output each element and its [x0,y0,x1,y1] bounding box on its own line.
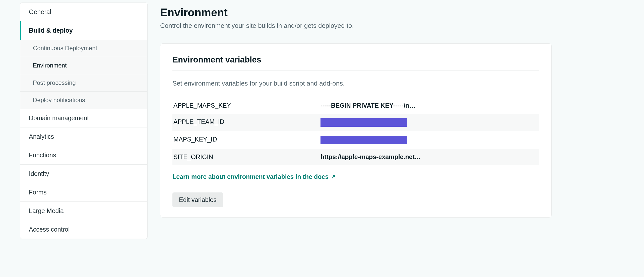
env-var-row: MAPS_KEY_ID [172,131,539,149]
sidebar-item-build-deploy[interactable]: Build & deploy [20,21,147,40]
env-var-key: APPLE_TEAM_ID [172,118,320,127]
redacted-bar [320,118,407,127]
env-var-row: SITE_ORIGIN https://apple-maps-example.n… [172,149,539,165]
env-var-row: APPLE_TEAM_ID [172,114,539,131]
sidebar-item-functions[interactable]: Functions [20,146,147,165]
edit-variables-button[interactable]: Edit variables [172,192,223,207]
docs-link[interactable]: Learn more about environment variables i… [172,173,336,180]
sidebar-item-general[interactable]: General [20,3,147,21]
env-var-value: https://apple-maps-example.net… [320,153,539,161]
settings-sidebar: General Build & deploy Continuous Deploy… [20,3,148,239]
sidebar-subitem-environment[interactable]: Environment [20,57,147,74]
sidebar-item-identity[interactable]: Identity [20,165,147,183]
sidebar-item-domain-management[interactable]: Domain management [20,109,147,127]
page-title: Environment [160,6,552,19]
env-var-key: APPLE_MAPS_KEY [172,102,320,109]
sidebar-subitem-deploy-notifications[interactable]: Deploy notifications [20,92,147,109]
main-content: Environment Control the environment your… [160,3,552,239]
sidebar-subitem-post-processing[interactable]: Post processing [20,74,147,92]
redacted-bar [320,136,407,144]
external-link-icon: ↗ [331,174,336,180]
card-description: Set environment variables for your build… [172,80,539,87]
env-vars-table: APPLE_MAPS_KEY -----BEGIN PRIVATE KEY---… [172,97,539,165]
env-var-key: MAPS_KEY_ID [172,136,320,144]
env-var-key: SITE_ORIGIN [172,153,320,161]
docs-link-text: Learn more about environment variables i… [172,173,329,180]
env-var-value: -----BEGIN PRIVATE KEY-----\n… [320,102,539,109]
sidebar-subgroup: Continuous Deployment Environment Post p… [20,40,147,109]
sidebar-item-analytics[interactable]: Analytics [20,127,147,146]
page-subtitle: Control the environment your site builds… [160,22,552,30]
env-var-value-redacted [320,136,539,144]
env-variables-card: Environment variables Set environment va… [160,43,552,218]
env-var-value-redacted [320,118,539,127]
env-var-row: APPLE_MAPS_KEY -----BEGIN PRIVATE KEY---… [172,97,539,114]
sidebar-item-large-media[interactable]: Large Media [20,202,147,220]
sidebar-subitem-continuous-deployment[interactable]: Continuous Deployment [20,40,147,57]
sidebar-item-forms[interactable]: Forms [20,183,147,202]
card-title: Environment variables [172,55,539,71]
sidebar-item-access-control[interactable]: Access control [20,220,147,239]
